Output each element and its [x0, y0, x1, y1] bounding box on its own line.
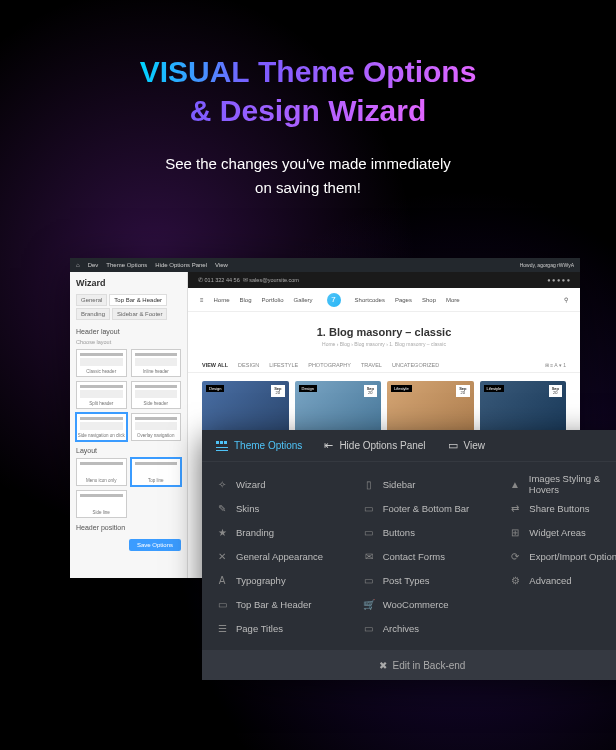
layout-sidenav[interactable]: Side navigation on click [76, 413, 127, 441]
collapse-icon: ⇤ [324, 439, 333, 452]
admin-bar-item[interactable]: Theme Options [106, 262, 147, 268]
menu-contact[interactable]: ✉Contact Forms [363, 544, 482, 568]
dropdown-col-1: ✧Wizard ✎Skins ★Branding ✕General Appear… [202, 472, 349, 640]
gear-icon: ⚙ [509, 574, 521, 586]
svg-rect-3 [216, 447, 228, 448]
cross-icon: ✕ [216, 550, 228, 562]
menu-skins[interactable]: ✎Skins [216, 496, 335, 520]
list-icon: ☰ [216, 622, 228, 634]
filter-uncat[interactable]: UNCATEGORIZED [392, 362, 439, 368]
menu-general[interactable]: ✕General Appearance [216, 544, 335, 568]
layout-top-line[interactable]: Top line [131, 458, 182, 486]
admin-bar-item[interactable]: View [215, 262, 228, 268]
blog-card[interactable]: LifestyleSep20 [480, 381, 567, 433]
svg-rect-2 [224, 441, 227, 444]
svg-rect-4 [216, 450, 228, 451]
subheadline: See the changes you've made immediately … [0, 152, 616, 200]
blog-card[interactable]: DesignSep20 [295, 381, 382, 433]
layout-side[interactable]: Side header [131, 381, 182, 409]
burger-icon[interactable]: ≡ [200, 297, 204, 303]
nav-blog[interactable]: Blog [240, 297, 252, 303]
admin-bar-home-icon[interactable]: ⌂ [76, 262, 80, 268]
menu-branding[interactable]: ★Branding [216, 520, 335, 544]
dropdown-tab-theme-options[interactable]: Theme Options [216, 440, 302, 452]
wrench-icon: ✖ [379, 660, 387, 671]
preview-hero: 1. Blog masonry – classic Home › Blog › … [188, 312, 580, 357]
layout-overlay[interactable]: Overlay navigation [131, 413, 182, 441]
wizard-tab-topbar[interactable]: Top Bar & Header [109, 294, 167, 306]
menu-buttons[interactable]: ▭Buttons [363, 520, 482, 544]
layout-options: Classic header Inline header Split heade… [76, 349, 181, 441]
menu-images[interactable]: ▲Images Styling & Hovers [509, 472, 616, 496]
menu-typography[interactable]: ATypography [216, 568, 335, 592]
admin-bar-item[interactable]: Dev [88, 262, 99, 268]
nav-portfolio[interactable]: Portfolio [262, 297, 284, 303]
edit-backend-button[interactable]: ✖ Edit in Back-end [202, 650, 616, 680]
social-icons[interactable]: ● ● ● ● ● [547, 277, 570, 283]
nav-shortcodes[interactable]: Shortcodes [355, 297, 385, 303]
star-icon: ★ [216, 526, 228, 538]
menu-widgets[interactable]: ⊞Widget Areas [509, 520, 616, 544]
layout-menu-icon[interactable]: Menu icon only [76, 458, 127, 486]
admin-bar-user[interactable]: Howdy, agorgag rWWyA [520, 262, 574, 268]
admin-bar-item[interactable]: Hide Options Panel [155, 262, 207, 268]
page-title: 1. Blog masonry – classic [188, 326, 580, 338]
section-header-layout: Header layout [76, 328, 181, 335]
layout-split[interactable]: Split header [76, 381, 127, 409]
wizard-tabs: General Top Bar & Header Branding Sideba… [76, 294, 181, 320]
blog-card[interactable]: DesignSep20 [202, 381, 289, 433]
button-icon: ▭ [363, 526, 375, 538]
headline-rest2: & Design Wizard [190, 94, 426, 127]
search-icon[interactable]: ⚲ [564, 296, 568, 303]
filter-all[interactable]: VIEW ALL [202, 362, 228, 368]
menu-page-titles[interactable]: ☰Page Titles [216, 616, 335, 640]
nav-more[interactable]: More [446, 297, 460, 303]
menu-footer[interactable]: ▭Footer & Bottom Bar [363, 496, 482, 520]
menu-topbar[interactable]: ▭Top Bar & Header [216, 592, 335, 616]
filter-lifestyle[interactable]: LIFESTYLE [269, 362, 298, 368]
dropdown-col-2: ▯Sidebar ▭Footer & Bottom Bar ▭Buttons ✉… [349, 472, 496, 640]
menu-advanced[interactable]: ⚙Advanced [509, 568, 616, 592]
wizard-tab-branding[interactable]: Branding [76, 308, 110, 320]
menu-sidebar[interactable]: ▯Sidebar [363, 472, 482, 496]
wizard-title: Wizard [76, 278, 181, 288]
view-controls[interactable]: ⊞ ≡ A ▾ 1 [545, 362, 566, 368]
filter-design[interactable]: DESIGN [238, 362, 259, 368]
menu-wizard[interactable]: ✧Wizard [216, 472, 335, 496]
wizard-tab-general[interactable]: General [76, 294, 107, 306]
save-options-button[interactable]: Save Options [129, 539, 181, 551]
nav-home[interactable]: Home [214, 297, 230, 303]
sliders-icon [216, 440, 228, 452]
filter-travel[interactable]: TRAVEL [361, 362, 382, 368]
layout-side-line[interactable]: Side line [76, 490, 127, 518]
nav-gallery[interactable]: Gallery [294, 297, 313, 303]
mail-icon: ✉ [363, 550, 375, 562]
archive-icon: ▭ [363, 622, 375, 634]
category-filters: VIEW ALL DESIGN LIFESTYLE PHOTOGRAPHY TR… [188, 357, 580, 373]
dropdown-header: Theme Options ⇤ Hide Options Panel ▭ Vie… [202, 430, 616, 462]
headline: VISUAL Theme Options & Design Wizard [0, 0, 616, 130]
menu-archives[interactable]: ▭Archives [363, 616, 482, 640]
nav-pages[interactable]: Pages [395, 297, 412, 303]
layout-inline[interactable]: Inline header [131, 349, 182, 377]
dropdown-tab-view[interactable]: ▭ View [448, 439, 486, 452]
layout-options-2: Menu icon only Top line Side line [76, 458, 181, 518]
wand-icon: ✧ [216, 478, 228, 490]
admin-bar: ⌂ Dev Theme Options Hide Options Panel V… [70, 258, 580, 272]
filter-photo[interactable]: PHOTOGRAPHY [308, 362, 351, 368]
layout-classic[interactable]: Classic header [76, 349, 127, 377]
sidebar-icon: ▯ [363, 478, 375, 490]
headline-accent: VISUAL [140, 55, 250, 88]
site-logo[interactable]: 7 [327, 293, 341, 307]
wizard-tab-sidebar[interactable]: Sidebar & Footer [112, 308, 167, 320]
menu-post-types[interactable]: ▭Post Types [363, 568, 482, 592]
image-icon: ▲ [509, 478, 520, 490]
preview-topbar: ✆ 011 322 44 56 ✉ sales@yoursite.com ● ●… [188, 272, 580, 288]
menu-export[interactable]: ⟳Export/Import Options [509, 544, 616, 568]
monitor-icon: ▭ [448, 439, 458, 452]
menu-share[interactable]: ⇄Share Buttons [509, 496, 616, 520]
blog-card[interactable]: LifestyleSep20 [387, 381, 474, 433]
menu-woo[interactable]: 🛒WooCommerce [363, 592, 482, 616]
nav-shop[interactable]: Shop [422, 297, 436, 303]
dropdown-tab-hide-panel[interactable]: ⇤ Hide Options Panel [324, 439, 425, 452]
